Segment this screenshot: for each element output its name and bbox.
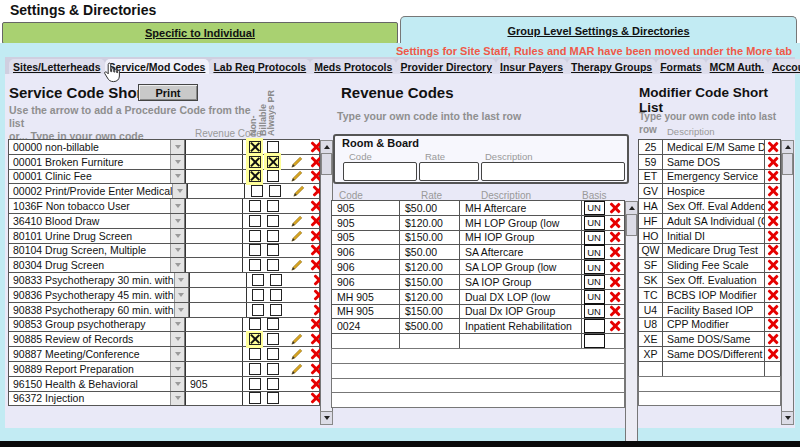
service-code-combo[interactable]: 90836 Psychotherapy 45 min. with	[9, 288, 189, 302]
non-billable-checkbox[interactable]	[248, 170, 261, 183]
service-code-combo[interactable]: 90838 Psychotherapy 60 min. with	[9, 303, 189, 317]
edit-pencil-icon[interactable]	[287, 156, 307, 168]
modifier-code-cell[interactable]: U4	[639, 303, 663, 317]
nav-tab-insur-payers[interactable]: Insur Payers	[496, 59, 567, 74]
revenue-rate-cell[interactable]: $120.00	[400, 290, 460, 304]
delete-row-button[interactable]	[765, 140, 780, 154]
revenue-code-cell[interactable]	[332, 334, 400, 348]
revenue-basis-cell[interactable]: UN	[582, 260, 606, 274]
revenue-code-input[interactable]	[185, 362, 243, 376]
always-pr-checkbox[interactable]	[270, 274, 283, 287]
combo-dropdown-button[interactable]	[170, 258, 184, 272]
delete-row-button[interactable]	[606, 216, 623, 230]
delete-row-button[interactable]	[765, 155, 780, 169]
delete-row-button[interactable]	[765, 347, 780, 361]
delete-row-button[interactable]	[765, 303, 780, 317]
nav-tab-mcm-auth[interactable]: MCM Auth.	[706, 59, 768, 74]
empty-revenue-row[interactable]	[331, 363, 625, 379]
always-pr-checkbox[interactable]	[266, 200, 279, 213]
revenue-rate-cell[interactable]: $50.00	[400, 201, 460, 215]
always-pr-checkbox[interactable]	[266, 244, 279, 257]
non-billable-checkbox[interactable]	[248, 214, 261, 227]
edit-pencil-icon[interactable]	[287, 333, 307, 345]
revenue-rate-cell[interactable]: $150.00	[400, 305, 460, 319]
non-billable-checkbox[interactable]	[248, 200, 261, 213]
combo-dropdown-button[interactable]	[170, 170, 184, 184]
service-code-combo[interactable]: 90885 Review of Records	[9, 332, 185, 346]
nav-tab-provider-directory[interactable]: Provider Directory	[396, 59, 496, 74]
edit-pencil-icon[interactable]	[289, 185, 309, 197]
modifier-code-cell[interactable]: 25	[639, 140, 663, 154]
modifier-description-cell[interactable]: Same DOS/Same	[663, 332, 765, 346]
service-code-combo[interactable]: 90853 Group psychotherapy	[9, 318, 185, 332]
modifier-code-cell[interactable]: HF	[639, 214, 663, 228]
revenue-basis-cell[interactable]	[582, 334, 606, 348]
non-billable-checkbox[interactable]	[248, 318, 261, 331]
revenue-description-cell[interactable]: SA IOP Group	[460, 275, 582, 289]
non-billable-checkbox[interactable]	[248, 333, 261, 346]
non-billable-checkbox[interactable]	[248, 377, 261, 390]
delete-row-button[interactable]	[765, 229, 780, 243]
service-code-combo[interactable]: 90889 Report Preparation	[9, 362, 185, 376]
edit-pencil-icon[interactable]	[287, 363, 307, 375]
edit-pencil-icon[interactable]	[287, 348, 307, 360]
empty-modifier-row[interactable]	[638, 391, 781, 407]
combo-dropdown-button[interactable]	[170, 347, 184, 361]
combo-dropdown-button[interactable]	[170, 140, 184, 154]
revenue-description-cell[interactable]: Dual DX LOP (low	[460, 290, 582, 304]
delete-row-button[interactable]	[765, 170, 780, 184]
revenue-basis-cell[interactable]: UN	[582, 201, 606, 215]
delete-row-button[interactable]	[765, 258, 780, 272]
revenue-code-input[interactable]	[185, 155, 243, 169]
modifier-code-cell[interactable]: XP	[639, 347, 663, 361]
modifier-code-cell[interactable]: U8	[639, 318, 663, 332]
nav-tab-formats[interactable]: Formats	[656, 59, 705, 74]
combo-dropdown-button[interactable]	[170, 332, 184, 346]
revenue-rate-cell[interactable]: $120.00	[400, 216, 460, 230]
modifier-code-cell[interactable]	[639, 362, 663, 376]
basis-box[interactable]: UN	[584, 304, 605, 318]
modifier-description-cell[interactable]	[663, 362, 765, 376]
scroll-down-button[interactable]	[320, 411, 333, 425]
service-code-combo[interactable]: 1036F Non tobacco User	[9, 199, 185, 213]
revenue-code-input[interactable]	[185, 229, 243, 243]
delete-row-button[interactable]	[765, 288, 780, 302]
service-code-combo[interactable]: 90887 Meeting/Conference	[9, 347, 185, 361]
revenue-code-input[interactable]	[185, 332, 243, 346]
basis-box[interactable]: UN	[584, 290, 605, 304]
combo-dropdown-button[interactable]	[170, 155, 184, 169]
revenue-code-cell[interactable]: 906	[332, 245, 400, 259]
modifier-description-cell[interactable]: Medicare Drug Test	[663, 244, 765, 258]
combo-dropdown-button[interactable]	[174, 303, 188, 317]
nav-tab-lab-req-protocols[interactable]: Lab Req Protocols	[209, 59, 310, 74]
scroll-thumb[interactable]	[321, 153, 332, 175]
modifier-description-cell[interactable]: Initial DI	[663, 229, 765, 243]
nav-tab-service-mod-codes[interactable]: Service/Mod Codes	[105, 59, 210, 74]
non-billable-checkbox[interactable]	[248, 392, 261, 405]
service-code-combo[interactable]: 80104 Drug Screen, Multiple	[9, 244, 185, 258]
revenue-basis-cell[interactable]: UN	[582, 290, 606, 304]
service-code-combo[interactable]: 00001 Clinic Fee	[9, 170, 185, 184]
scroll-up-button[interactable]	[625, 201, 638, 215]
revenue-code-input[interactable]	[185, 258, 243, 272]
empty-revenue-row[interactable]	[331, 348, 625, 364]
always-pr-checkbox[interactable]	[266, 348, 279, 361]
delete-row-button[interactable]	[765, 199, 780, 213]
revenue-basis-cell[interactable]: UN	[582, 231, 606, 245]
revenue-code-input[interactable]	[185, 214, 243, 228]
modifier-description-cell[interactable]: Sex Off. Eval Addend.	[663, 199, 765, 213]
revenue-description-cell[interactable]: SA Aftercare	[460, 245, 582, 259]
delete-row-button[interactable]	[606, 260, 623, 274]
revenue-code-input[interactable]	[185, 318, 243, 332]
modifier-code-cell[interactable]: SK	[639, 273, 663, 287]
revenue-code-cell[interactable]: 905	[332, 216, 400, 230]
non-billable-checkbox[interactable]	[252, 288, 265, 301]
revenue-rate-cell[interactable]: $150.00	[400, 231, 460, 245]
combo-dropdown-button[interactable]	[170, 214, 184, 228]
combo-dropdown-button[interactable]	[170, 244, 184, 258]
always-pr-checkbox[interactable]	[266, 318, 279, 331]
delete-row-button[interactable]	[606, 275, 623, 289]
revenue-code-cell[interactable]: 906	[332, 260, 400, 274]
service-code-combo[interactable]: 90833 Psychotherapy 30 min. with	[9, 273, 189, 287]
modifier-description-cell[interactable]: Adult SA Individual (OP)	[663, 214, 765, 228]
